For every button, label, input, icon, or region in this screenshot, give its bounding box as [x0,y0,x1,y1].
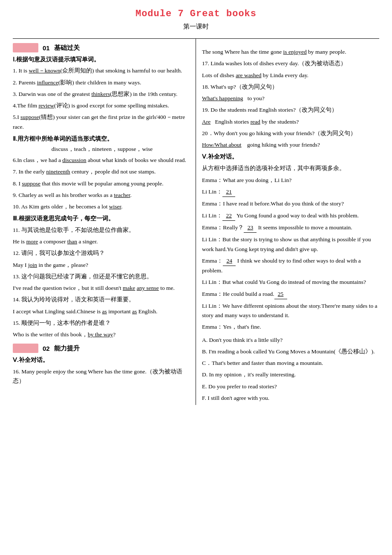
subtitle: 第一课时 [13,23,379,31]
blank21: 21 [222,187,235,197]
item-num: 3. [13,91,19,97]
item-num: 2. [13,79,19,86]
option: A. Don't you think it's a little silly? [202,335,379,345]
dialogue-line: Li Lin：But the story is trying to show u… [202,235,379,254]
list-item: 16. Many people enjoy the song Where has… [13,367,191,386]
option: C．That's better and faster than moving a… [202,358,379,368]
item-num: 1. [13,67,19,74]
blank: is enjoyed [283,49,307,55]
right-column: The song Where has the time gone is enjo… [196,39,379,405]
blank: more [26,238,38,245]
dialogue-line: Emma：What are you doing，Li Lin? [202,176,379,185]
item-num: 19. [202,107,210,113]
blank: any sense [137,285,159,291]
dialogue-line: Li Lin：21 [202,187,379,197]
list-item: What's happening to you? [202,94,379,103]
list-item: 18. What's up?（改为同义句） [202,82,379,92]
blank: well－known [29,67,61,74]
list-item: 8. I suppose that this movie will be pop… [13,179,191,188]
list-item: 10. As Kim gets older，he becomes a lot w… [13,202,191,211]
blank: suppose [20,114,39,120]
section01-num: 01 [43,44,50,52]
list-item: 20．Why don't you go hiking with your fri… [202,129,379,138]
list-item: 19. Do the students read English stories… [202,105,379,115]
section02-num: 02 [43,345,50,352]
partI-title: Ⅰ.根据句意及汉语提示填写单词。 [13,55,191,64]
dialogue-line: Li Lin：22 Yu Gong found a good way to de… [202,211,379,221]
item-num: 9. [13,192,19,198]
item-num: 16. [13,368,21,375]
dialogue-line: Emma：I have read it before.What do you t… [202,199,379,208]
item-num: 14. [13,296,21,303]
item-num: 4. [13,102,17,109]
blank: as [102,308,107,315]
list-item: 13. 这个问题我已经读了两遍，但还是不懂它的意思。 [13,272,191,281]
section01-label: 基础过关 [54,44,80,52]
partV-desc: 从方框中选择适当的选项补全对话，其中有两项多余。 [202,164,379,173]
blank: wiser [109,203,121,210]
item-num: 7. [13,168,19,175]
blank: read [251,119,260,125]
blank: Are [202,119,210,125]
dialogue-line: Emma：Yes，that's fine. [202,322,379,332]
option: E. Do you prefer to read stories? [202,382,379,391]
item-num: 18. [202,84,210,90]
blank22: 22 [222,211,235,221]
list-item: 2. Parents influence(影响) their children … [13,78,191,87]
section01-decoration [13,43,38,52]
section01-header: 01 基础过关 [13,43,191,52]
section02-header: 02 能力提升 [13,344,191,353]
list-item: 11. 与其说他是位歌手，不如说他是位作曲家。 [13,225,191,235]
list-item: 4.The film review(评论) is good except for… [13,101,191,110]
left-column: 01 基础过关 Ⅰ.根据句意及汉语提示填写单词。 1. It is well－k… [13,39,196,405]
dialogue-line: Li Lin：But what could Yu Gong do instead… [202,278,379,287]
item-num: 6. [13,157,17,163]
item-num: 5. [13,114,17,120]
list-item: Who is the writer of this book，by the wa… [13,330,191,339]
blank: make [123,285,135,291]
blank: nineteenth [46,168,70,175]
blank: than [67,238,77,245]
page-title: Module 7 Great books [13,9,379,19]
item-num: 11. [13,227,21,233]
blank: suppose [22,180,40,187]
list-item: 17. Linda washes lots of dishes every da… [202,59,379,68]
list-item: How/What about going hiking with your fr… [202,140,379,150]
section02-decoration [13,344,38,353]
blank: thinkers [91,91,110,97]
dialogue-line: Emma：24 I think we should try to find ot… [202,256,379,276]
blank: What's happening [202,95,243,101]
blank: by the way [88,331,113,338]
blank24: 24 [223,256,236,266]
partIV-title: Ⅴ.补全对话。 [13,356,191,365]
dialogue-line: Emma：Really？23 It seems impossible to mo… [202,223,379,233]
word-box: discuss，teach，nineteen，suppose，wise [13,145,191,153]
partII-title: Ⅱ.用方框中所给单词的适当形式填空。 [13,134,191,144]
blank: discussion [62,157,86,163]
list-item: 5.I suppose(猜想) your sister can get the … [13,113,191,132]
partV-title: Ⅴ.补全对话。 [202,152,379,162]
blank: teacher [114,192,130,198]
partIII-title: Ⅲ.根据汉语意思完成句子，每空一词。 [13,214,191,223]
item-num: 12. [13,250,21,256]
list-item: 3. Darwin was one of the greatest thinke… [13,90,191,99]
list-item: 15. 顺便问一句，这本书的作者是谁？ [13,318,191,328]
list-item: Lots of dishes are washed by Linda every… [202,71,379,80]
main-content: 01 基础过关 Ⅰ.根据句意及汉语提示填写单词。 1. It is well－k… [13,39,379,405]
option: D. In my opinion，it's really interesting… [202,370,379,379]
blank: review [38,102,54,109]
item-num: 8. [13,180,19,187]
item-num: 17. [202,60,210,66]
list-item: 12. 请问，我可以参加这个游戏吗？ [13,249,191,258]
option: F. I still don't agree with you. [202,393,379,403]
list-item: Are English stories read by the students… [202,117,379,127]
list-item: May I join in the game，please? [13,260,191,270]
list-item: He is more a composer than a singer. [13,237,191,246]
list-item: I accept what Lingling said.Chinese is a… [13,307,191,316]
blank25: 25 [274,289,287,299]
dialogue-line: Li Lin：We have different opinions about … [202,301,379,321]
list-item: 1. It is well－known(众所周知的) that smoking … [13,66,191,75]
section02-label: 能力提升 [54,344,80,353]
item-num: 15. [13,320,21,326]
options-box: A. Don't you think it's a little silly? … [202,335,379,403]
